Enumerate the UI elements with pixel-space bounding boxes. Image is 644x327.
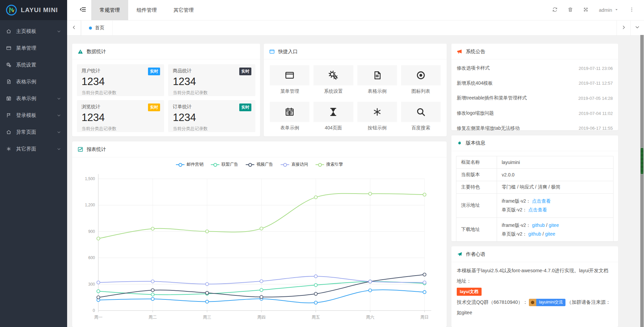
stat-value: 1234 [173, 76, 251, 88]
svg-text:600: 600 [88, 255, 95, 260]
stat-desc: 当前分类总记录数 [82, 90, 159, 96]
qq-group-badge[interactable]: layuimini交流 [529, 299, 565, 306]
page-tab-首页[interactable]: 首页 [81, 21, 113, 35]
top-header: 常规管理组件管理其它管理 admin [67, 0, 644, 21]
quick-entry-baidu-search[interactable]: 百度搜索 [401, 102, 441, 131]
notice-row[interactable]: 修改logo缩放问题2019-07-04 11:02 [457, 106, 613, 121]
legend-item-直接访问[interactable]: 直接访问 [281, 162, 308, 167]
legend-item-联盟广告[interactable]: 联盟广告 [211, 162, 238, 167]
search-icon [401, 102, 441, 122]
sidebar-item-label: 主页模板 [16, 28, 36, 35]
quick-entry-icon-list[interactable]: 图标列表 [401, 65, 441, 94]
quick-entry-button-demo[interactable]: 按钮示例 [357, 102, 397, 131]
user-menu[interactable]: admin [594, 0, 624, 20]
quick-entry-table-demo[interactable]: 表格示例 [357, 65, 397, 94]
quick-entry-page-404[interactable]: 404页面 [313, 102, 353, 131]
svg-text:1,200: 1,200 [85, 203, 95, 207]
logo[interactable]: LAYUI MINI [0, 0, 67, 20]
panel-header: 报表统计 [72, 141, 447, 157]
scrollbar[interactable] [640, 35, 644, 327]
svg-text:900: 900 [88, 229, 95, 234]
topnav-tab-general[interactable]: 常规管理 [91, 0, 128, 20]
link-github[interactable]: github [528, 231, 541, 237]
sidebar-item-form-demo[interactable]: 表单示例 [0, 90, 67, 107]
warning-icon [78, 49, 83, 54]
quick-entry-label: 系统设置 [313, 88, 353, 94]
sidebar-item-login-template[interactable]: 登录模板 [0, 107, 67, 124]
topnav-tab-other[interactable]: 其它管理 [165, 0, 202, 20]
version-label: 框架名称 [456, 156, 497, 168]
file-icon [357, 65, 397, 85]
main-region: 常规管理组件管理其它管理 admin 首页 [67, 0, 644, 327]
qq-group-text: 技术交流QQ群（667810940）： [457, 299, 528, 305]
more-options-icon[interactable] [624, 0, 639, 20]
legend-item-视频广告[interactable]: 视频广告 [246, 162, 273, 167]
fullscreen-icon[interactable] [578, 0, 594, 20]
topnav-tab-components[interactable]: 组件管理 [128, 0, 165, 20]
chevron-down-icon [57, 113, 61, 118]
right-column: 系统公告 修改选项卡样式2019-07-11 23:06新增系统404模板201… [451, 44, 618, 327]
legend-item-邮件营销[interactable]: 邮件营销 [176, 162, 203, 167]
sidebar-item-error-pages[interactable]: 异常页面 [0, 124, 67, 140]
svg-text:周日: 周日 [420, 315, 429, 320]
sidebar-item-label: 其它界面 [16, 146, 36, 152]
home-icon [6, 29, 13, 34]
sidebar-item-menu-management[interactable]: 菜单管理 [0, 40, 67, 56]
notice-row[interactable]: 修复左侧菜单缩放tab无法移动2019-06-17 11:55 [457, 121, 613, 130]
svg-text:周四: 周四 [257, 315, 266, 320]
refresh-icon[interactable] [547, 0, 563, 20]
notice-date: 2019-07-04 11:02 [579, 111, 613, 116]
file-icon [6, 79, 13, 84]
author-line-1: 本模板基于layui2.5.4以及font-awesome-4.7.0进行实现。… [457, 265, 613, 286]
tabs-scroll-left[interactable] [67, 21, 81, 35]
legend-item-搜索引擎[interactable]: 搜索引擎 [315, 162, 343, 167]
panel-title: 报表统计 [87, 146, 106, 153]
sidebar-menu: 主页模板菜单管理系统设置表格示例表单示例登录模板异常页面其它界面 [0, 20, 67, 157]
version-link-line: 单页版-v2： 点击查看 [502, 205, 608, 214]
scrollbar-thumb[interactable] [641, 148, 643, 174]
link-github[interactable]: github [532, 222, 545, 228]
version-row-演示地址: 演示地址iframe版-v2： 点击查看单页版-v2： 点击查看 [456, 193, 613, 217]
notice-row[interactable]: 新增treetable插件和菜单管理样式2019-07-05 14:28 [457, 91, 613, 106]
panel-quick-entry: 快捷入口 菜单管理系统设置表格示例图标列表表单示例404页面按钮示例百度搜索 [264, 44, 447, 136]
notice-text: 修复左侧菜单缩放tab无法移动 [457, 125, 519, 130]
quick-entry-label: 按钮示例 [357, 125, 397, 131]
sidebar-item-home-template[interactable]: 主页模板 [0, 23, 67, 40]
panel-header: 快捷入口 [264, 44, 447, 59]
quick-entry-label: 百度搜索 [401, 125, 441, 131]
notice-row[interactable]: 新增系统404模板2019-07-11 12:57 [457, 76, 613, 91]
quick-entry-form-demo[interactable]: 表单示例 [270, 102, 309, 131]
panel-version-info: 版本信息 框架名称layuimini当前版本v2.0.0主要特色零门槛 / 响应… [451, 135, 618, 241]
sidebar-item-label: 系统设置 [16, 62, 36, 68]
tabs-dropdown[interactable] [630, 21, 644, 35]
tabs-scroll-right[interactable] [616, 21, 630, 35]
header-actions: admin [547, 0, 644, 20]
quick-entry-menu-management[interactable]: 菜单管理 [270, 65, 309, 94]
notice-row[interactable]: 修改选项卡样式2019-07-11 23:06 [457, 61, 613, 76]
link-点击查看[interactable]: 点击查看 [532, 198, 551, 204]
clear-cache-icon[interactable] [563, 0, 578, 20]
legend-label: 搜索引擎 [326, 162, 343, 167]
quick-entry-label: 表单示例 [270, 125, 309, 131]
legend-label: 联盟广告 [221, 162, 238, 167]
quick-entry-system-settings[interactable]: 系统设置 [313, 65, 353, 94]
window-icon [270, 65, 309, 85]
legend-marker [315, 163, 324, 167]
window-icon [269, 49, 275, 54]
panel-header: 版本信息 [451, 135, 618, 151]
sidebar-item-table-demo[interactable]: 表格示例 [0, 73, 67, 90]
sidebar-item-other-ui[interactable]: 其它界面 [0, 140, 67, 157]
stat-desc: 当前分类总记录数 [82, 126, 159, 132]
sidebar-item-system-settings[interactable]: 系统设置 [0, 56, 67, 73]
link-点击查看[interactable]: 点击查看 [528, 207, 547, 212]
link-gitee[interactable]: gitee [545, 231, 555, 237]
layui-doc-badge[interactable]: layui文档 [457, 288, 482, 296]
version-row-当前版本: 当前版本v2.0.0 [456, 168, 613, 181]
author-body: 本模板基于layui2.5.4以及font-awesome-4.7.0进行实现。… [451, 262, 618, 321]
quick-entry-label: 404页面 [313, 125, 353, 131]
panel-header: 系统公告 [451, 44, 618, 59]
collapse-menu-icon[interactable] [75, 0, 91, 20]
version-value: 零门槛 / 响应式 / 清爽 / 极简 [502, 184, 560, 190]
sidebar-item-label: 表格示例 [16, 79, 36, 85]
link-gitee[interactable]: gitee [549, 222, 559, 228]
